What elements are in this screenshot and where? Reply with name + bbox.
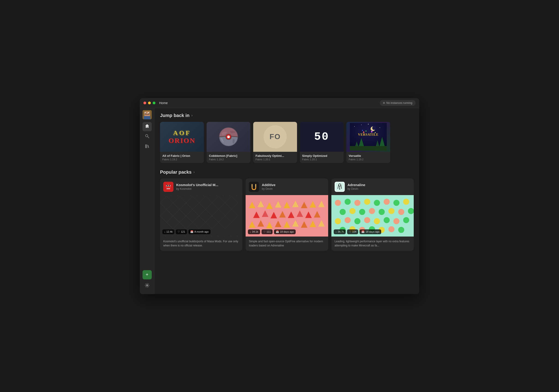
- svg-point-96: [339, 209, 345, 215]
- window-title: Home: [159, 101, 380, 105]
- app-body: + Jump back in ›: [140, 108, 419, 294]
- add-icon: +: [146, 272, 149, 277]
- svg-point-92: [374, 200, 380, 206]
- popular-packs-grid: Kosmolot's Unofficial M... by Kosmolot: [160, 178, 414, 251]
- popular-packs-header: Popular packs ›: [160, 169, 414, 175]
- kosmolot-author: by Kosmolot: [176, 187, 218, 190]
- additive-icon: [249, 182, 259, 192]
- svg-point-106: [354, 218, 360, 224]
- pack-card-cobblemon-version: Fabric 1.19.2: [209, 158, 248, 161]
- aof-text-top: AOF: [173, 130, 191, 136]
- svg-rect-31: [350, 146, 387, 151]
- pack-card-cobblemon[interactable]: Cobblemon [Fabric] Fabric 1.19.2: [207, 122, 251, 163]
- svg-rect-5: [148, 112, 149, 113]
- pack-card-fo[interactable]: FO Fabulously Optimi... Fabric 1.20.1: [253, 122, 297, 163]
- svg-point-38: [375, 132, 376, 133]
- pack-card-so-name: Simply Optimized: [302, 154, 341, 158]
- svg-point-101: [388, 208, 394, 214]
- avatar[interactable]: [142, 110, 152, 119]
- add-button[interactable]: +: [142, 270, 152, 279]
- pack-card-additive[interactable]: Additive by Devin: [246, 178, 328, 251]
- pack-card-aof-info: All of Fabric | Orion Fabric 1.19.2: [160, 152, 204, 163]
- pack-card-so-info: Simply Optimized Fabric 1.20.1: [300, 152, 344, 163]
- svg-point-89: [345, 198, 351, 205]
- settings-icon: [145, 283, 149, 289]
- pack-card-fo-info: Fabulously Optimi... Fabric 1.20.1: [253, 152, 297, 163]
- adrenaline-downloads: 34.7k: [338, 230, 344, 233]
- additive-stats: ↓ 34.1k ♡ 111 📅 18 days ago: [248, 229, 296, 234]
- adrenaline-stats: ↓ 34.7k ♡ 104 📅 18 days ago: [334, 229, 382, 234]
- svg-point-34: [372, 126, 376, 130]
- maximize-button[interactable]: [153, 102, 155, 104]
- svg-rect-8: [144, 116, 146, 119]
- svg-rect-49: [167, 188, 170, 189]
- pack-card-cobblemon-image: [207, 122, 251, 152]
- svg-point-39: [371, 131, 373, 133]
- fo-circle: FO: [264, 125, 287, 148]
- pack-card-aof-name: All of Fabric | Orion: [162, 154, 202, 158]
- minimize-button[interactable]: [148, 102, 151, 104]
- pack-card-versatile-image: VERSATILE: [346, 122, 390, 152]
- avatar-image: [142, 110, 152, 119]
- kosmolot-icon-svg: [164, 183, 173, 191]
- download-icon: ↓: [250, 230, 251, 233]
- adrenaline-likes-badge: ♡ 104: [347, 229, 358, 234]
- svg-rect-14: [148, 145, 149, 148]
- sidebar: +: [140, 108, 155, 294]
- close-button[interactable]: [143, 102, 146, 104]
- adrenaline-image: ↓ 34.7k ♡ 104 📅 18 days ago: [331, 195, 414, 237]
- heart-icon: ♡: [349, 230, 351, 233]
- kosmolot-description: Kosmolot's unofficial builds/ports of Ma…: [160, 237, 242, 251]
- svg-point-86: [339, 189, 340, 189]
- additive-name: Additive: [262, 183, 275, 187]
- aof-text-bottom: ORION: [168, 137, 196, 144]
- svg-point-117: [388, 226, 394, 232]
- sidebar-item-library[interactable]: [142, 142, 152, 151]
- titlebar: Home No instances running: [140, 98, 419, 108]
- popular-packs-arrow[interactable]: ›: [194, 170, 195, 174]
- app-window: Home No instances running: [140, 98, 419, 294]
- svg-rect-9: [148, 116, 150, 119]
- svg-rect-13: [146, 144, 147, 148]
- svg-point-26: [368, 124, 369, 124]
- jump-back-in-arrow[interactable]: ›: [191, 113, 193, 117]
- search-icon: [145, 134, 149, 140]
- kosmolot-downloads-badge: ↓ 12.4k: [162, 229, 174, 234]
- svg-point-103: [408, 208, 414, 214]
- versatile-svg: VERSATILE: [350, 123, 387, 151]
- adrenaline-icon-svg: [335, 183, 344, 191]
- svg-point-105: [345, 217, 351, 223]
- adrenaline-time-badge: 📅 18 days ago: [360, 229, 381, 234]
- sidebar-item-home[interactable]: [142, 122, 152, 131]
- adrenaline-downloads-badge: ↓ 34.7k: [334, 229, 346, 234]
- sidebar-item-search[interactable]: [142, 132, 152, 142]
- pack-card-aof[interactable]: AOF ORION All of Fabric | Orion Fabric 1…: [160, 122, 204, 163]
- pack-card-so[interactable]: 50 Simply Optimized Fabric 1.20.1: [300, 122, 344, 163]
- svg-point-98: [359, 209, 365, 215]
- pack-card-cobblemon-info: Cobblemon [Fabric] Fabric 1.19.2: [207, 152, 251, 163]
- instance-status-badge: No instances running: [380, 100, 416, 106]
- svg-point-44: [167, 185, 168, 186]
- kosmolot-time: A month ago: [194, 230, 209, 233]
- svg-point-111: [403, 217, 409, 223]
- pack-card-fo-name: Fabulously Optimi...: [255, 154, 295, 158]
- settings-button[interactable]: [142, 281, 152, 290]
- pack-card-kosmolot[interactable]: Kosmolot's Unofficial M... by Kosmolot: [160, 178, 242, 251]
- svg-point-104: [335, 218, 341, 224]
- library-icon: [145, 144, 149, 150]
- svg-point-90: [354, 200, 360, 206]
- popular-packs-title: Popular packs: [160, 169, 192, 175]
- kosmolot-time-badge: 📅 A month ago: [188, 229, 211, 234]
- additive-image: ↓ 34.1k ♡ 111 📅 18 days ago: [246, 195, 328, 237]
- heart-icon: ♡: [263, 230, 266, 233]
- additive-time: 18 days ago: [280, 230, 294, 233]
- cobblemon-svg: [218, 126, 239, 147]
- additive-downloads-badge: ↓ 34.1k: [248, 229, 260, 234]
- pack-card-adrenaline[interactable]: Adrenaline by Devin: [331, 178, 414, 251]
- pack-card-versatile[interactable]: VERSATILE Versatil: [346, 122, 390, 163]
- svg-point-109: [383, 217, 390, 223]
- additive-time-badge: 📅 18 days ago: [274, 229, 296, 234]
- svg-rect-12: [145, 144, 146, 148]
- pack-card-fo-image: FO: [253, 122, 297, 152]
- kosmolot-name: Kosmolot's Unofficial M...: [176, 183, 218, 187]
